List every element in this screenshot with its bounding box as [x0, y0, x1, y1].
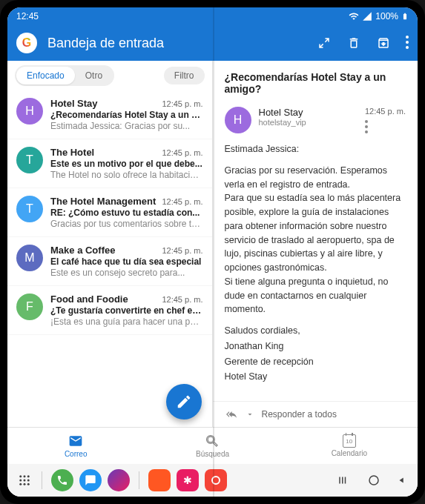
svg-point-5 — [27, 480, 30, 482]
back-button[interactable] — [397, 475, 407, 485]
device-frame: 12:45 100% G Bandeja de entrada Enfocado… — [0, 0, 425, 504]
detail-sender-email: hotelstay_vip — [259, 118, 358, 127]
time: 12:45 p. m. — [162, 246, 202, 255]
svg-point-7 — [24, 483, 26, 485]
detail-more-icon[interactable] — [365, 120, 406, 133]
email-list[interactable]: HHotel Stay12:45 p. m.¿Recomendarías Hot… — [7, 90, 212, 427]
archive-icon[interactable] — [376, 36, 391, 50]
compose-button[interactable] — [166, 384, 202, 420]
recents-button[interactable] — [337, 474, 351, 487]
time: 12:45 p. m. — [162, 197, 202, 206]
expand-icon[interactable] — [317, 36, 332, 50]
tab-focused[interactable]: Enfocado — [16, 67, 75, 84]
calendar-day: 10 — [346, 438, 352, 445]
header-title: Bandeja de entrada — [47, 36, 317, 51]
tab-bar: Enfocado Otro Filtro — [7, 61, 212, 90]
delete-icon[interactable] — [346, 36, 361, 50]
email-content: Make a Coffee12:45 p. m.El café hace que… — [50, 245, 203, 278]
email-content: The Hotel12:45 p. m.Este es un motivo po… — [50, 147, 203, 180]
sign-line: Gerente de recepción — [225, 355, 406, 369]
dock-browser[interactable] — [108, 469, 130, 491]
divider — [139, 471, 139, 489]
time: 12:45 p. m. — [162, 99, 202, 108]
calendar-icon: 10 — [343, 434, 356, 448]
tab-group: Enfocado Otro — [15, 65, 114, 86]
more-icon[interactable] — [406, 36, 409, 50]
divider — [42, 471, 42, 489]
dock-phone[interactable] — [51, 469, 73, 491]
svg-rect-9 — [339, 477, 340, 484]
svg-point-6 — [19, 483, 22, 485]
nav-calendar-label: Calendario — [332, 449, 367, 457]
nav-calendar[interactable]: 10 Calendario — [281, 428, 418, 464]
preview: ¡Esta es una guía para hacer una pasta..… — [50, 316, 203, 327]
detail-header: H Hotel Stay hotelstay_vip 12:45 p. m. — [213, 101, 418, 139]
app-drawer-icon[interactable] — [18, 474, 31, 487]
subject: RE: ¿Cómo estuvo tu estadía con... — [50, 208, 203, 218]
detail-sender-info: Hotel Stay hotelstay_vip — [259, 107, 358, 127]
search-icon — [205, 434, 220, 448]
nav-mail[interactable]: Correo — [7, 428, 144, 464]
battery-icon — [401, 11, 409, 21]
email-item[interactable]: TThe Hotel Management12:45 p. m.RE: ¿Cóm… — [7, 188, 212, 237]
preview: The Hotel no solo ofrece la habitación..… — [50, 170, 203, 180]
sign-line: Jonathan King — [225, 339, 406, 354]
svg-rect-11 — [345, 477, 346, 484]
time: 12:45 p. m. — [162, 295, 202, 304]
sender: The Hotel Management — [50, 196, 156, 207]
sign-line: Hotel Stay — [225, 370, 406, 384]
status-time: 12:45 — [16, 11, 39, 21]
detail-meta: 12:45 p. m. — [365, 107, 406, 133]
reply-label: Responder a todos — [262, 409, 337, 420]
content-area: Enfocado Otro Filtro HHotel Stay12:45 p.… — [7, 61, 418, 427]
avatar: T — [16, 196, 43, 222]
svg-point-0 — [19, 475, 22, 477]
greeting: Estimada Jessica: — [225, 142, 406, 156]
mail-icon — [68, 434, 83, 448]
battery-text: 100% — [375, 11, 398, 21]
email-list-pane: Enfocado Otro Filtro HHotel Stay12:45 p.… — [7, 61, 213, 427]
dock-app-2[interactable]: ✱ — [177, 469, 199, 491]
tab-other[interactable]: Otro — [75, 67, 113, 84]
home-button[interactable] — [367, 474, 380, 487]
detail-subject: ¿Recomendarías Hotel Stay a un amigo? — [213, 61, 418, 101]
email-item[interactable]: FFood and Foodie12:45 p. m.¿Te gustaría … — [7, 286, 212, 335]
nav-search[interactable]: Búsqueda — [144, 428, 280, 464]
svg-point-3 — [19, 480, 22, 482]
email-item[interactable]: HHotel Stay12:45 p. m.¿Recomendarías Hot… — [7, 90, 212, 139]
sender: Make a Coffee — [50, 245, 115, 256]
google-icon[interactable]: G — [16, 33, 37, 53]
reply-bar[interactable]: Responder a todos — [213, 401, 418, 427]
email-detail-pane: ¿Recomendarías Hotel Stay a un amigo? H … — [213, 61, 418, 427]
detail-body[interactable]: Estimada Jessica: Gracias por su reserva… — [213, 139, 418, 401]
sender: Hotel Stay — [50, 98, 98, 109]
system-nav: ✱ — [7, 464, 418, 497]
detail-sender-name: Hotel Stay — [259, 107, 358, 118]
preview: Gracias por tus comentarios sobre tu... — [50, 219, 203, 229]
subject: ¿Te gustaría convertirte en chef en tu..… — [50, 305, 203, 316]
sender: The Hotel — [50, 147, 94, 158]
reply-all-icon — [225, 409, 238, 420]
detail-time: 12:45 p. m. — [365, 107, 406, 116]
filter-button[interactable]: Filtro — [164, 67, 205, 84]
dock-app-3[interactable] — [205, 469, 227, 491]
subject: Este es un motivo por el que debe... — [50, 159, 203, 169]
status-indicators: 100% — [349, 11, 409, 21]
email-item[interactable]: MMake a Coffee12:45 p. m.El café hace qu… — [7, 237, 212, 286]
avatar: T — [16, 147, 43, 173]
svg-point-2 — [27, 475, 30, 477]
svg-point-12 — [369, 476, 378, 485]
dock-messages[interactable] — [79, 469, 102, 491]
email-content: Hotel Stay12:45 p. m.¿Recomendarías Hote… — [50, 98, 203, 131]
sender: Food and Foodie — [50, 294, 128, 305]
time: 12:45 p. m. — [162, 148, 202, 157]
email-content: The Hotel Management12:45 p. m.RE: ¿Cómo… — [50, 196, 203, 229]
dock-app-1[interactable] — [148, 469, 171, 491]
avatar: H — [16, 98, 43, 125]
preview: Estimada Jessica: Gracias por su... — [50, 121, 203, 131]
email-item[interactable]: TThe Hotel12:45 p. m.Este es un motivo p… — [7, 139, 212, 188]
avatar: F — [16, 294, 43, 320]
email-content: Food and Foodie12:45 p. m.¿Te gustaría c… — [50, 294, 203, 327]
preview: Este es un consejo secreto para... — [50, 268, 203, 278]
detail-avatar: H — [225, 107, 251, 133]
